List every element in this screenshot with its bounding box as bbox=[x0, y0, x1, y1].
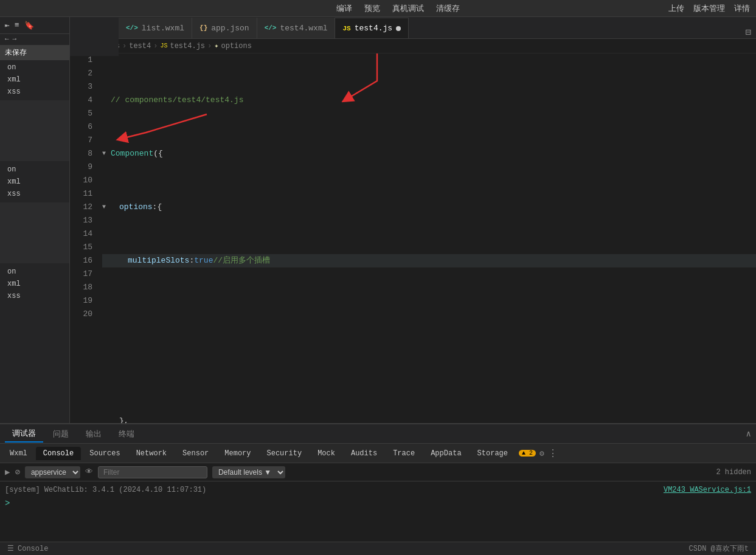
sidebar-divider2 bbox=[0, 202, 69, 263]
editor-body[interactable]: 1 2 3 4 5 6 7 8 9 10 11 12 13 14 15 16 1… bbox=[70, 53, 756, 423]
compile-btn[interactable]: 编译 bbox=[336, 3, 352, 14]
preview-btn[interactable]: 预览 bbox=[364, 3, 380, 14]
ln-18: 18 bbox=[75, 281, 92, 294]
tab-test4-wxml[interactable]: </> test4.wxml bbox=[257, 18, 336, 38]
ln-9: 9 bbox=[75, 160, 92, 174]
breadcrumb-part4: options bbox=[221, 42, 252, 50]
ln-11: 11 bbox=[75, 187, 92, 201]
console-body: [system] WeChatLib: 3.4.1 (2024.4.10 11:… bbox=[0, 481, 756, 542]
ln-8: 8 bbox=[75, 147, 92, 160]
fold-5[interactable] bbox=[102, 308, 111, 321]
split-editor-btn[interactable]: ⊟ bbox=[745, 26, 756, 38]
footer-label: Console bbox=[18, 545, 48, 553]
code-7-close: }, bbox=[119, 415, 129, 423]
panel-tab-debugger[interactable]: 调试器 bbox=[5, 426, 43, 443]
dt-tab-sensor[interactable]: Sensor bbox=[175, 447, 216, 460]
devtools-settings-btn[interactable]: ⚙ bbox=[539, 449, 544, 458]
sidebar-list-btn[interactable]: ≡ bbox=[15, 21, 19, 30]
code-3-options: options bbox=[119, 201, 153, 214]
sidebar-item-xml2[interactable]: xml bbox=[0, 176, 69, 188]
appservice-select[interactable]: appservice bbox=[25, 466, 80, 478]
console-run-btn[interactable]: ▶ bbox=[5, 467, 10, 477]
devtools-more-btn[interactable]: ⋮ bbox=[548, 447, 558, 460]
sidebar-item-xml3[interactable]: xml bbox=[0, 278, 69, 290]
console-log-text: [system] WeChatLib: 3.4.1 (2024.4.10 11:… bbox=[5, 486, 206, 494]
dt-tab-wxml[interactable]: Wxml bbox=[2, 447, 35, 460]
tab-app-json[interactable]: {} app.json bbox=[192, 18, 257, 38]
console-stop-btn[interactable]: ⊘ bbox=[15, 467, 19, 477]
dt-tab-storage[interactable]: Storage bbox=[470, 447, 515, 460]
tab-list-wxml[interactable]: </> list.wxml bbox=[119, 18, 192, 38]
ln-3: 3 bbox=[75, 80, 92, 94]
fold-1[interactable] bbox=[102, 94, 111, 107]
code-line-6 bbox=[102, 361, 756, 374]
upload-btn[interactable]: 上传 bbox=[668, 3, 684, 14]
sidebar-item-on1[interactable]: on bbox=[0, 61, 69, 74]
code-4-comment: //启用多个插槽 bbox=[213, 254, 270, 267]
code-1-comment: // components/test4/test4.js bbox=[111, 94, 243, 107]
code-4-colon2: : bbox=[189, 254, 194, 267]
console-log-link[interactable]: VM243 WAService.js:1 bbox=[664, 484, 751, 496]
fold-7[interactable] bbox=[102, 415, 111, 423]
breadcrumb: components › test4 › JS test4.js › ✦ opt… bbox=[70, 39, 756, 53]
footer-attribution: CSDN @喜欢下雨t bbox=[689, 543, 749, 554]
sidebar-divider1 bbox=[0, 100, 69, 161]
footer-console: ☰ Console bbox=[7, 544, 48, 553]
tab-icon-json1: {} bbox=[199, 24, 207, 32]
console-visibility-btn[interactable]: 👁 bbox=[85, 467, 93, 477]
footer-menu-btn[interactable]: ☰ bbox=[7, 544, 14, 553]
fold-6[interactable] bbox=[102, 361, 111, 374]
code-content[interactable]: // components/test4/test4.js ▼ Component… bbox=[97, 53, 756, 423]
tab-test4-js[interactable]: JS test4.js bbox=[335, 18, 409, 38]
ln-10: 10 bbox=[75, 174, 92, 187]
dt-tab-trace[interactable]: Trace bbox=[386, 447, 422, 460]
code-3-colon: :{ bbox=[153, 201, 162, 214]
panel-tab-issues[interactable]: 问题 bbox=[46, 426, 76, 442]
dt-tab-console[interactable]: Console bbox=[36, 447, 81, 460]
code-line-1: // components/test4/test4.js bbox=[102, 94, 756, 107]
clear-cache-btn[interactable]: 清缓存 bbox=[436, 3, 460, 14]
dt-tab-memory[interactable]: Memory bbox=[217, 447, 258, 460]
dt-tab-security[interactable]: Security bbox=[260, 447, 310, 460]
console-filter-input[interactable] bbox=[98, 466, 207, 478]
log-level-select[interactable]: Default levels ▼ bbox=[212, 466, 285, 478]
panel-collapse-btn[interactable]: ∧ bbox=[746, 429, 751, 439]
sidebar-item-xml1[interactable]: xml bbox=[0, 74, 69, 86]
ln-4: 4 bbox=[75, 94, 92, 107]
bottom-panel: 调试器 问题 输出 终端 ∧ Wxml Console Sources Netw… bbox=[0, 423, 756, 542]
sidebar-bookmark-btn[interactable]: 🔖 bbox=[24, 21, 34, 30]
fold-2[interactable]: ▼ bbox=[102, 147, 111, 160]
breadcrumb-part2: test4 bbox=[129, 42, 151, 50]
sidebar-forward-btn[interactable]: → bbox=[13, 35, 17, 43]
code-2-component: Component bbox=[111, 147, 153, 160]
ln-19: 19 bbox=[75, 294, 92, 308]
version-mgmt-btn[interactable]: 版本管理 bbox=[693, 3, 725, 14]
fold-3[interactable]: ▼ bbox=[102, 201, 111, 214]
sidebar-collapse-btn[interactable]: ⇤ bbox=[5, 21, 10, 30]
sidebar-item-xss1[interactable]: xss bbox=[0, 86, 69, 98]
panel-tab-terminal[interactable]: 终端 bbox=[111, 426, 142, 442]
console-prompt-line: > bbox=[5, 498, 751, 508]
sidebar-item-on2[interactable]: on bbox=[0, 164, 69, 176]
dt-tab-appdata[interactable]: AppData bbox=[423, 447, 468, 460]
sidebar-header: ⇤ ≡ 🔖 bbox=[0, 17, 69, 34]
fold-4[interactable] bbox=[102, 254, 111, 267]
dt-tab-mock[interactable]: Mock bbox=[310, 447, 342, 460]
unsaved-label: 未保存 bbox=[0, 45, 69, 60]
details-btn[interactable]: 详情 bbox=[734, 3, 750, 14]
real-debug-btn[interactable]: 真机调试 bbox=[392, 3, 424, 14]
panel-tab-output[interactable]: 输出 bbox=[78, 426, 109, 442]
dt-tab-network[interactable]: Network bbox=[129, 447, 174, 460]
sidebar-item-xss3[interactable]: xss bbox=[0, 290, 69, 302]
tab-icon-js1: JS bbox=[342, 25, 350, 32]
ln-14: 14 bbox=[75, 227, 92, 241]
code-4-true: true bbox=[194, 254, 213, 267]
code-line-7: }, bbox=[102, 415, 756, 423]
code-line-4: multipleSlots:true//启用多个插槽 bbox=[102, 254, 756, 267]
sidebar-back-btn[interactable]: ← bbox=[5, 35, 9, 43]
sidebar-item-on3[interactable]: on bbox=[0, 266, 69, 278]
hidden-count: 2 hidden bbox=[716, 468, 751, 477]
dt-tab-audits[interactable]: Audits bbox=[344, 447, 384, 460]
sidebar-item-xss2[interactable]: xss bbox=[0, 188, 69, 200]
dt-tab-sources[interactable]: Sources bbox=[82, 447, 127, 460]
